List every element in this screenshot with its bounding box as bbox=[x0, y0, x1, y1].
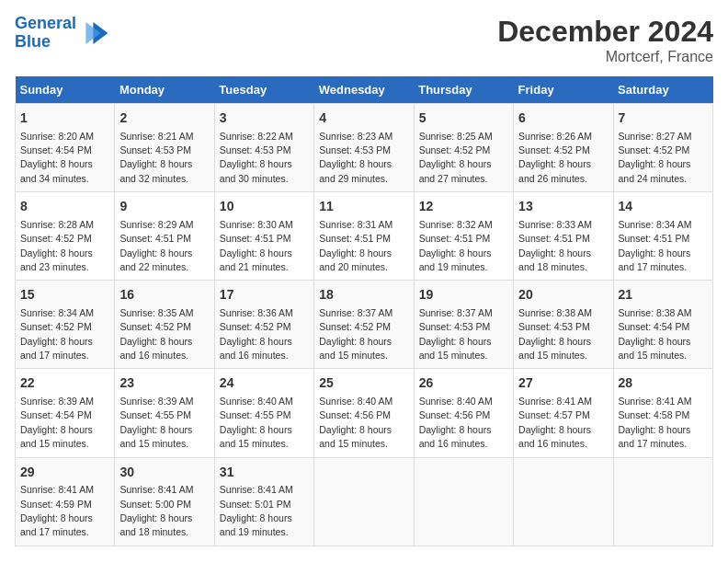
day-number: 20 bbox=[518, 286, 608, 304]
calendar-cell: 22Sunrise: 8:39 AM Sunset: 4:54 PM Dayli… bbox=[16, 369, 115, 457]
day-info: Sunrise: 8:32 AM Sunset: 4:51 PM Dayligh… bbox=[419, 219, 493, 272]
day-number: 2 bbox=[119, 109, 209, 128]
day-number: 3 bbox=[220, 109, 309, 128]
day-info: Sunrise: 8:27 AM Sunset: 4:52 PM Dayligh… bbox=[619, 131, 692, 184]
day-info: Sunrise: 8:41 AM Sunset: 4:57 PM Dayligh… bbox=[518, 396, 592, 449]
header-day-sunday: Sunday bbox=[16, 76, 115, 104]
day-number: 7 bbox=[619, 109, 708, 128]
day-number: 1 bbox=[20, 109, 109, 128]
calendar-cell: 28Sunrise: 8:41 AM Sunset: 4:58 PM Dayli… bbox=[613, 369, 712, 457]
day-info: Sunrise: 8:39 AM Sunset: 4:55 PM Dayligh… bbox=[119, 396, 193, 449]
day-number: 31 bbox=[220, 464, 309, 482]
calendar-cell: 21Sunrise: 8:38 AM Sunset: 4:54 PM Dayli… bbox=[613, 281, 712, 369]
header-day-monday: Monday bbox=[115, 76, 214, 104]
day-info: Sunrise: 8:40 AM Sunset: 4:56 PM Dayligh… bbox=[319, 396, 392, 449]
day-number: 19 bbox=[419, 286, 508, 304]
calendar-cell: 6Sunrise: 8:26 AM Sunset: 4:52 PM Daylig… bbox=[514, 104, 613, 192]
week-row-2: 15Sunrise: 8:34 AM Sunset: 4:52 PM Dayli… bbox=[16, 281, 713, 369]
day-info: Sunrise: 8:31 AM Sunset: 4:51 PM Dayligh… bbox=[319, 219, 392, 272]
week-row-0: 1Sunrise: 8:20 AM Sunset: 4:54 PM Daylig… bbox=[16, 104, 713, 192]
day-number: 28 bbox=[619, 374, 708, 393]
calendar-cell: 13Sunrise: 8:33 AM Sunset: 4:51 PM Dayli… bbox=[514, 192, 613, 281]
header-row: SundayMondayTuesdayWednesdayThursdayFrid… bbox=[16, 76, 713, 104]
logo-general: General bbox=[15, 14, 76, 32]
calendar-cell: 9Sunrise: 8:29 AM Sunset: 4:51 PM Daylig… bbox=[115, 192, 214, 281]
calendar-cell: 17Sunrise: 8:36 AM Sunset: 4:52 PM Dayli… bbox=[214, 281, 313, 369]
calendar-cell: 29Sunrise: 8:41 AM Sunset: 4:59 PM Dayli… bbox=[16, 457, 115, 546]
day-info: Sunrise: 8:41 AM Sunset: 4:58 PM Dayligh… bbox=[619, 396, 692, 449]
day-number: 8 bbox=[20, 198, 109, 216]
calendar-cell: 19Sunrise: 8:37 AM Sunset: 4:53 PM Dayli… bbox=[414, 281, 513, 369]
day-info: Sunrise: 8:38 AM Sunset: 4:54 PM Dayligh… bbox=[619, 307, 692, 361]
calendar-cell: 18Sunrise: 8:37 AM Sunset: 4:52 PM Dayli… bbox=[314, 281, 414, 369]
day-info: Sunrise: 8:29 AM Sunset: 4:51 PM Dayligh… bbox=[119, 219, 193, 272]
week-row-3: 22Sunrise: 8:39 AM Sunset: 4:54 PM Dayli… bbox=[16, 369, 713, 457]
day-info: Sunrise: 8:34 AM Sunset: 4:52 PM Dayligh… bbox=[20, 307, 94, 361]
logo-icon bbox=[80, 18, 109, 48]
day-number: 18 bbox=[319, 286, 408, 304]
header-day-friday: Friday bbox=[514, 76, 613, 104]
calendar-cell: 15Sunrise: 8:34 AM Sunset: 4:52 PM Dayli… bbox=[16, 281, 115, 369]
logo: General Blue bbox=[15, 15, 109, 52]
calendar-cell bbox=[414, 457, 513, 546]
day-number: 22 bbox=[20, 374, 109, 393]
calendar-cell bbox=[613, 457, 712, 546]
calendar-cell: 14Sunrise: 8:34 AM Sunset: 4:51 PM Dayli… bbox=[613, 192, 712, 281]
calendar-cell: 20Sunrise: 8:38 AM Sunset: 4:53 PM Dayli… bbox=[514, 281, 613, 369]
calendar-cell: 31Sunrise: 8:41 AM Sunset: 5:01 PM Dayli… bbox=[214, 457, 313, 546]
day-info: Sunrise: 8:37 AM Sunset: 4:53 PM Dayligh… bbox=[419, 307, 493, 361]
day-number: 23 bbox=[119, 374, 209, 393]
main-title: December 2024 bbox=[497, 15, 713, 49]
day-number: 30 bbox=[119, 464, 209, 482]
day-info: Sunrise: 8:40 AM Sunset: 4:56 PM Dayligh… bbox=[419, 396, 493, 449]
day-info: Sunrise: 8:28 AM Sunset: 4:52 PM Dayligh… bbox=[20, 219, 94, 272]
calendar-cell bbox=[514, 457, 613, 546]
day-info: Sunrise: 8:40 AM Sunset: 4:55 PM Dayligh… bbox=[220, 396, 293, 449]
day-number: 27 bbox=[518, 374, 608, 393]
day-number: 17 bbox=[220, 286, 309, 304]
day-info: Sunrise: 8:36 AM Sunset: 4:52 PM Dayligh… bbox=[220, 307, 293, 361]
day-info: Sunrise: 8:20 AM Sunset: 4:54 PM Dayligh… bbox=[20, 131, 94, 184]
calendar-cell: 16Sunrise: 8:35 AM Sunset: 4:52 PM Dayli… bbox=[115, 281, 214, 369]
title-area: December 2024 Mortcerf, France bbox=[497, 15, 713, 65]
day-info: Sunrise: 8:39 AM Sunset: 4:54 PM Dayligh… bbox=[20, 396, 94, 449]
day-number: 4 bbox=[319, 109, 408, 128]
day-info: Sunrise: 8:35 AM Sunset: 4:52 PM Dayligh… bbox=[119, 307, 193, 361]
day-info: Sunrise: 8:34 AM Sunset: 4:51 PM Dayligh… bbox=[619, 219, 692, 272]
calendar-cell: 26Sunrise: 8:40 AM Sunset: 4:56 PM Dayli… bbox=[414, 369, 513, 457]
calendar-cell: 3Sunrise: 8:22 AM Sunset: 4:53 PM Daylig… bbox=[214, 104, 313, 192]
calendar-cell: 30Sunrise: 8:41 AM Sunset: 5:00 PM Dayli… bbox=[115, 457, 214, 546]
day-info: Sunrise: 8:41 AM Sunset: 4:59 PM Dayligh… bbox=[20, 484, 94, 537]
calendar-body: 1Sunrise: 8:20 AM Sunset: 4:54 PM Daylig… bbox=[16, 104, 713, 546]
day-info: Sunrise: 8:37 AM Sunset: 4:52 PM Dayligh… bbox=[319, 307, 392, 361]
calendar-cell: 27Sunrise: 8:41 AM Sunset: 4:57 PM Dayli… bbox=[514, 369, 613, 457]
day-info: Sunrise: 8:22 AM Sunset: 4:53 PM Dayligh… bbox=[220, 131, 293, 184]
day-info: Sunrise: 8:26 AM Sunset: 4:52 PM Dayligh… bbox=[518, 131, 592, 184]
calendar-cell: 5Sunrise: 8:25 AM Sunset: 4:52 PM Daylig… bbox=[414, 104, 513, 192]
day-info: Sunrise: 8:21 AM Sunset: 4:53 PM Dayligh… bbox=[119, 131, 193, 184]
logo-text: General Blue bbox=[15, 15, 76, 52]
calendar-cell bbox=[314, 457, 414, 546]
calendar-cell: 11Sunrise: 8:31 AM Sunset: 4:51 PM Dayli… bbox=[314, 192, 414, 281]
week-row-1: 8Sunrise: 8:28 AM Sunset: 4:52 PM Daylig… bbox=[16, 192, 713, 281]
day-number: 29 bbox=[20, 464, 109, 482]
header-day-thursday: Thursday bbox=[414, 76, 513, 104]
day-info: Sunrise: 8:30 AM Sunset: 4:51 PM Dayligh… bbox=[220, 219, 293, 272]
calendar-cell: 24Sunrise: 8:40 AM Sunset: 4:55 PM Dayli… bbox=[214, 369, 313, 457]
day-number: 26 bbox=[419, 374, 508, 393]
calendar-cell: 23Sunrise: 8:39 AM Sunset: 4:55 PM Dayli… bbox=[115, 369, 214, 457]
calendar-cell: 8Sunrise: 8:28 AM Sunset: 4:52 PM Daylig… bbox=[16, 192, 115, 281]
day-number: 25 bbox=[319, 374, 408, 393]
calendar-cell: 25Sunrise: 8:40 AM Sunset: 4:56 PM Dayli… bbox=[314, 369, 414, 457]
header-day-saturday: Saturday bbox=[613, 76, 712, 104]
logo-blue: Blue bbox=[15, 32, 51, 51]
header: General Blue December 2024 Mortcerf, Fra… bbox=[15, 15, 713, 65]
calendar-cell: 4Sunrise: 8:23 AM Sunset: 4:53 PM Daylig… bbox=[314, 104, 414, 192]
week-row-4: 29Sunrise: 8:41 AM Sunset: 4:59 PM Dayli… bbox=[16, 457, 713, 546]
calendar-cell: 10Sunrise: 8:30 AM Sunset: 4:51 PM Dayli… bbox=[214, 192, 313, 281]
day-info: Sunrise: 8:41 AM Sunset: 5:01 PM Dayligh… bbox=[220, 484, 293, 537]
calendar-cell: 7Sunrise: 8:27 AM Sunset: 4:52 PM Daylig… bbox=[613, 104, 712, 192]
day-info: Sunrise: 8:38 AM Sunset: 4:53 PM Dayligh… bbox=[518, 307, 592, 361]
calendar-table: SundayMondayTuesdayWednesdayThursdayFrid… bbox=[15, 76, 713, 546]
day-info: Sunrise: 8:41 AM Sunset: 5:00 PM Dayligh… bbox=[119, 484, 193, 537]
